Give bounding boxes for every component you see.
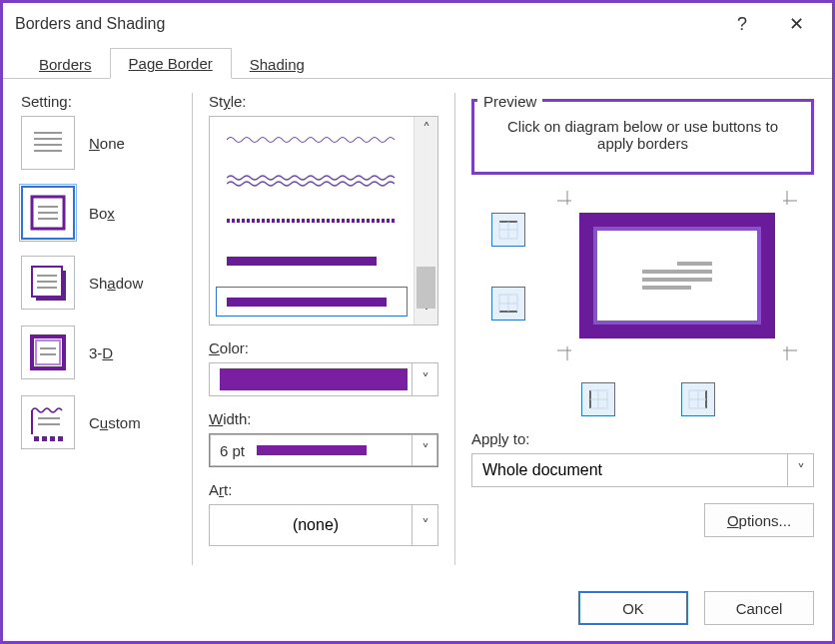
close-button[interactable]: ✕	[772, 11, 820, 37]
svg-rect-22	[50, 436, 55, 441]
dialog-footer: OK Cancel	[3, 575, 832, 641]
preview-page[interactable]	[579, 213, 775, 338]
tab-shading[interactable]: Shading	[232, 50, 323, 79]
style-scrollbar[interactable]: ˄ ˅	[414, 117, 437, 324]
setting-list: None Box Shadow	[21, 116, 176, 449]
tabs: Borders Page Border Shading	[3, 45, 832, 79]
setting-label-custom: Custom	[89, 414, 141, 431]
border-right-toggle[interactable]	[681, 382, 715, 416]
svg-rect-21	[42, 436, 47, 441]
separator-2	[454, 93, 455, 565]
art-value: (none)	[220, 516, 412, 534]
style-option-thick[interactable]	[216, 246, 408, 276]
svg-rect-20	[34, 436, 39, 441]
borders-shading-dialog: Borders and Shading ? ✕ Borders Page Bor…	[0, 0, 835, 644]
color-dropdown[interactable]: ˅	[209, 362, 438, 396]
style-label: Style:	[209, 93, 438, 110]
width-value: 6 pt	[220, 442, 245, 459]
help-button[interactable]: ?	[718, 11, 766, 37]
setting-thumb-shadow	[21, 256, 75, 310]
border-top-toggle[interactable]	[491, 213, 525, 247]
width-preview-bar	[257, 445, 367, 455]
apply-to-dropdown[interactable]: Whole document ˅	[471, 453, 814, 487]
setting-thumb-3d	[21, 325, 75, 379]
tab-page-border[interactable]: Page Border	[110, 48, 232, 79]
setting-column: Setting: None Box	[21, 93, 176, 575]
preview-hint: Click on diagram below or use buttons to…	[471, 99, 814, 175]
setting-item-box[interactable]: Box	[21, 186, 176, 240]
preview-column: Preview Click on diagram below or use bu…	[471, 93, 814, 575]
width-label: Width:	[209, 410, 438, 427]
options-row: Options...	[471, 503, 814, 537]
setting-label-shadow: Shadow	[89, 275, 143, 292]
apply-to-value: Whole document	[482, 461, 602, 479]
setting-thumb-none	[21, 116, 75, 170]
style-option-wavy[interactable]	[216, 125, 408, 155]
apply-to-section: Apply to: Whole document ˅	[471, 430, 814, 487]
ok-button[interactable]: OK	[578, 591, 688, 625]
svg-rect-26	[227, 298, 387, 307]
scroll-thumb[interactable]	[417, 267, 435, 309]
chevron-down-icon: ˅	[787, 454, 813, 486]
dialog-title: Borders and Shading	[15, 15, 165, 33]
setting-item-3d[interactable]: 3-D	[21, 325, 176, 379]
style-column: Style:	[209, 93, 438, 575]
cancel-button[interactable]: Cancel	[704, 591, 814, 625]
width-dropdown[interactable]: 6 pt ˅	[209, 433, 438, 467]
style-option-dashslash[interactable]	[216, 206, 408, 236]
svg-rect-25	[227, 257, 377, 266]
options-button[interactable]: Options...	[704, 503, 814, 537]
setting-thumb-box	[21, 186, 75, 240]
chevron-down-icon: ˅	[412, 434, 437, 466]
dialog-body: Setting: None Box	[3, 79, 832, 575]
chevron-down-icon: ˅	[412, 505, 437, 545]
scroll-track[interactable]	[415, 141, 437, 301]
style-list[interactable]: ˄ ˅	[209, 116, 438, 325]
color-swatch	[220, 368, 408, 390]
preview-group-label: Preview	[477, 93, 542, 110]
setting-thumb-custom	[21, 395, 75, 449]
style-option-wavy-double[interactable]	[216, 165, 408, 195]
art-dropdown[interactable]: (none) ˅	[209, 504, 438, 546]
preview-canvas-area	[471, 183, 814, 382]
apply-to-label: Apply to:	[471, 430, 814, 447]
art-label: Art:	[209, 481, 438, 498]
setting-label-box: Box	[89, 205, 115, 222]
setting-item-custom[interactable]: Custom	[21, 395, 176, 449]
tab-borders[interactable]: Borders	[21, 50, 110, 79]
border-bottom-toggle[interactable]	[491, 287, 525, 321]
setting-label-3d: 3-D	[89, 344, 113, 361]
separator-1	[192, 93, 193, 565]
style-option-thick-selected[interactable]	[216, 287, 408, 317]
svg-rect-23	[58, 436, 63, 441]
titlebar: Borders and Shading ? ✕	[3, 3, 832, 45]
svg-rect-14	[36, 340, 60, 364]
setting-label: Setting:	[21, 93, 176, 110]
scroll-up-button[interactable]: ˄	[415, 117, 437, 141]
setting-item-shadow[interactable]: Shadow	[21, 256, 176, 310]
preview-group: Preview Click on diagram below or use bu…	[471, 93, 814, 175]
chevron-down-icon: ˅	[412, 363, 437, 395]
setting-label-none: None	[89, 135, 125, 152]
preview-canvas[interactable]	[567, 201, 787, 350]
border-left-toggle[interactable]	[581, 382, 615, 416]
setting-item-none[interactable]: None	[21, 116, 176, 170]
color-label: Color:	[209, 339, 438, 356]
